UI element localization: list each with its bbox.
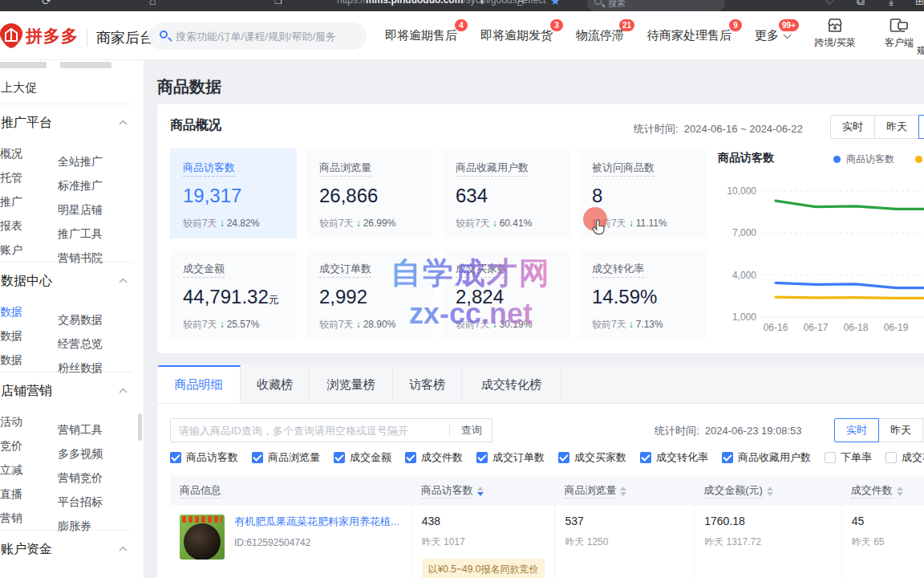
tab-1[interactable]: 收藏榜 xyxy=(241,365,310,403)
sort-icon[interactable] xyxy=(767,486,773,496)
range-button-0[interactable]: 实时 xyxy=(834,418,879,442)
metric-6[interactable]: 成交转化率 xyxy=(640,450,708,465)
metric-9[interactable]: 成交率 xyxy=(886,450,924,465)
metric-3[interactable]: 成交件数 xyxy=(405,450,463,465)
page-info-icon[interactable]: ❐ xyxy=(274,0,282,9)
sidebar-item[interactable]: 概况 xyxy=(0,141,58,165)
sidebar-scrollbar[interactable] xyxy=(138,413,142,441)
checkbox-icon[interactable] xyxy=(170,452,181,463)
metric-0[interactable]: 商品访客数 xyxy=(170,450,238,465)
metric-4[interactable]: 成交订单数 xyxy=(476,450,545,465)
sort-asc-icon[interactable] xyxy=(477,486,484,490)
bookmark-icon[interactable]: ★ xyxy=(550,0,561,9)
download-icon[interactable]: ⤓ xyxy=(889,0,894,9)
nav-item-2[interactable]: 物流停滞21 xyxy=(576,28,624,43)
checkbox-icon[interactable] xyxy=(558,452,569,463)
bid-promo-tag[interactable]: 以¥0.5~49.0报名同款竞价 xyxy=(422,559,545,578)
stat-card-1[interactable]: 商品浏览量26,866较前7天↓26.99% xyxy=(306,149,433,238)
sidebar-item[interactable]: 立减 xyxy=(0,458,58,482)
checkbox-icon[interactable] xyxy=(886,452,897,463)
translate-icon[interactable]: ◐ xyxy=(480,0,486,9)
nav-item-0[interactable]: 即将逾期售后4 xyxy=(385,28,457,43)
tool-1[interactable]: 客户端 xyxy=(876,18,922,50)
sort-desc-icon[interactable] xyxy=(897,492,903,496)
metric-2[interactable]: 成交金额 xyxy=(334,450,391,465)
tab-0[interactable]: 商品明细 xyxy=(157,365,241,403)
home-icon[interactable]: ⌂ xyxy=(149,0,156,9)
sort-desc-icon[interactable] xyxy=(620,492,626,496)
stat-card-0[interactable]: 商品访客数19,317较前7天↓24.82% xyxy=(170,149,297,238)
sort-asc-icon[interactable] xyxy=(620,486,626,490)
checkbox-icon[interactable] xyxy=(825,452,836,463)
tool-0[interactable]: 跨境/买菜 xyxy=(812,18,858,50)
global-search-input[interactable]: 搜索功能/订单/课程/规则/帮助/服务 xyxy=(148,22,367,50)
sort-desc-icon[interactable] xyxy=(767,492,773,496)
product-title-link[interactable]: 有机肥瓜果蔬菜花肥料家用养花植... xyxy=(234,515,399,529)
checkbox-icon[interactable] xyxy=(252,452,263,463)
pinduoduo-logo-icon[interactable] xyxy=(0,22,24,52)
sidebar-section-3[interactable]: 账户资金 xyxy=(0,531,144,568)
product-id-input[interactable] xyxy=(179,419,436,442)
sort-asc-icon[interactable] xyxy=(767,486,773,490)
sidebar-item[interactable]: 数据 xyxy=(0,348,58,372)
stat-card-5[interactable]: 成交订单数2,992较前7天↓28.90% xyxy=(306,250,433,340)
sort-icon[interactable] xyxy=(897,486,903,496)
stat-card-label: 被访问商品数 xyxy=(592,160,693,175)
sidebar-section-0[interactable]: 推广平台 xyxy=(0,104,144,141)
checkbox-icon[interactable] xyxy=(405,452,416,463)
stat-card-4[interactable]: 成交金额44,791.32元较前7天↓25.57% xyxy=(170,250,297,340)
range-button-1[interactable]: 昨天 xyxy=(874,115,919,139)
query-button[interactable]: 查询 xyxy=(461,423,482,438)
metric-1[interactable]: 商品浏览量 xyxy=(252,450,320,465)
nav-item-3[interactable]: 待商家处理售后9 xyxy=(647,28,732,43)
range-button-1[interactable]: 昨天 xyxy=(878,418,923,442)
range-button-0[interactable]: 实时 xyxy=(830,115,875,139)
checkbox-icon[interactable] xyxy=(640,452,651,463)
metric-7[interactable]: 商品收藏用户数 xyxy=(722,450,811,465)
range-button-2[interactable]: 7天 xyxy=(918,115,924,139)
tab-3[interactable]: 访客榜 xyxy=(393,365,462,403)
checkbox-icon[interactable] xyxy=(722,452,733,463)
stat-card-2[interactable]: 商品收藏用户数634较前7天↓60.41% xyxy=(443,149,569,238)
metric-8[interactable]: 下单率 xyxy=(825,450,872,465)
sidebar-item[interactable]: 推广 xyxy=(0,189,58,214)
metric-cell-0: 438昨天 1017以¥0.5~49.0报名同款竞价 xyxy=(411,505,555,578)
split-screen-icon[interactable]: ⧉ xyxy=(857,0,865,9)
sidebar-item[interactable]: 数据 xyxy=(0,324,58,348)
checkbox-icon[interactable] xyxy=(476,452,488,463)
metric-5[interactable]: 成交买家数 xyxy=(558,450,626,465)
product-image[interactable] xyxy=(180,515,225,560)
sidebar-section-2[interactable]: 店铺营销 xyxy=(0,372,144,409)
browser-search-box[interactable]: 搜索 xyxy=(587,0,725,11)
sidebar-item[interactable]: 数据 xyxy=(0,299,58,324)
sort-icon[interactable] xyxy=(620,486,626,496)
stat-card-7[interactable]: 成交转化率14.59%较前7天↓7.13% xyxy=(579,250,706,340)
address-bar[interactable]: https://mms.pinduoduo.com/sycm/goods_eff… xyxy=(337,0,546,6)
header-tool-partial[interactable]: 规 xyxy=(917,44,924,58)
apps-icon[interactable]: ⊞ xyxy=(915,0,924,9)
checkbox-icon[interactable] xyxy=(334,452,345,463)
sidebar-item[interactable]: 报表 xyxy=(0,214,58,238)
sidebar-item[interactable]: 竞价 xyxy=(0,434,58,458)
sidebar-item-promo[interactable]: 上大促 xyxy=(0,71,144,104)
favorites-icon[interactable]: ♡ xyxy=(825,0,835,9)
stat-card-6[interactable]: 成交买家数2,824较前7天↓30.19% xyxy=(443,250,569,340)
sidebar-item[interactable]: 营销 xyxy=(0,506,58,530)
stat-cards: 商品访客数19,317较前7天↓24.82%商品浏览量26,866较前7天↓26… xyxy=(170,149,706,340)
sort-desc-icon[interactable] xyxy=(477,492,484,496)
nav-item-1[interactable]: 即将逾期发货3 xyxy=(480,28,553,43)
sidebar-item[interactable]: 托管 xyxy=(0,165,58,189)
sort-asc-icon[interactable] xyxy=(897,486,903,490)
tab-4[interactable]: 成交转化榜 xyxy=(462,365,561,403)
font-size-icon[interactable]: A xyxy=(517,0,524,9)
metric-label: 成交件数 xyxy=(421,450,463,465)
sort-icon[interactable] xyxy=(477,486,484,496)
sidebar-item[interactable]: 活动 xyxy=(0,409,58,434)
sidebar-section-1[interactable]: 数据中心 xyxy=(0,263,144,299)
nav-item-4[interactable]: 更多99+ xyxy=(755,28,788,43)
logo-wordmark[interactable]: 拼多多 xyxy=(26,25,79,47)
reload-icon[interactable]: ⟳ xyxy=(42,0,51,9)
sidebar-item[interactable]: 账户 xyxy=(0,238,58,262)
sidebar-item[interactable]: 直播 xyxy=(0,482,58,506)
tab-2[interactable]: 浏览量榜 xyxy=(310,365,393,403)
